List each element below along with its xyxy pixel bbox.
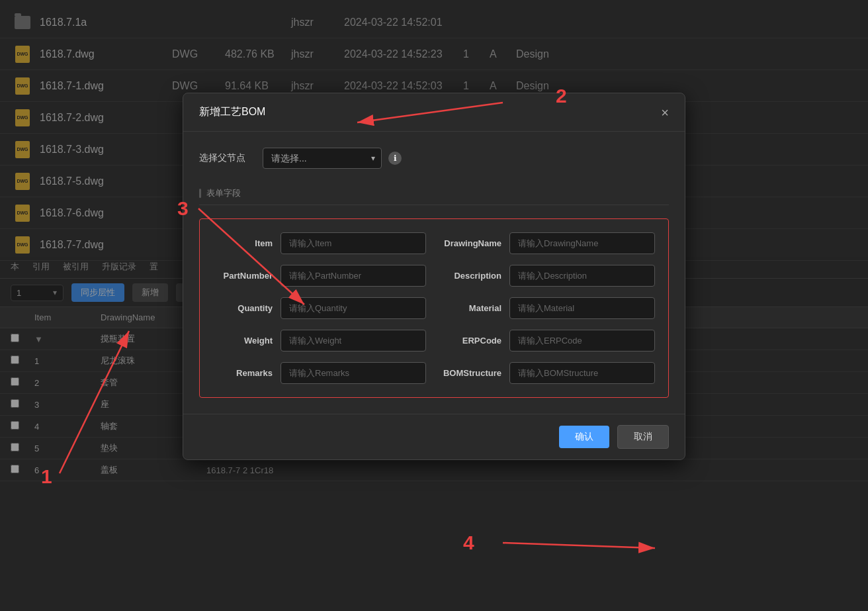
parent-node-label: 选择父节点 (199, 152, 252, 164)
form-field-erpCode: ERPCode (442, 330, 655, 352)
field-label-partNumber: PartNumber (213, 271, 273, 281)
form-grid: Item DrawingName PartNumber Description … (199, 218, 669, 398)
field-input-partNumber[interactable] (281, 265, 426, 287)
fields-section-label: 表单字段 (199, 187, 669, 205)
field-label-erpCode: ERPCode (442, 336, 501, 346)
field-label-drawingName: DrawingName (442, 238, 501, 248)
modal-body: 选择父节点 请选择... ▾ ℹ 表单字段 Item (183, 132, 685, 414)
field-input-bomStructure[interactable] (509, 362, 655, 384)
form-field-remarks: Remarks (213, 362, 426, 384)
modal-header: 新增工艺BOM × (183, 93, 685, 132)
parent-section: 选择父节点 请选择... ▾ ℹ (199, 148, 669, 169)
modal-overlay: 新增工艺BOM × 选择父节点 请选择... ▾ ℹ 表单字 (0, 0, 868, 611)
field-input-drawingName[interactable] (509, 232, 655, 254)
field-label-item: Item (213, 238, 273, 248)
form-field-bomStructure: BOMStructure (442, 362, 655, 384)
field-label-material: Material (442, 303, 501, 313)
info-icon[interactable]: ℹ (388, 152, 402, 165)
form-field-description: Description (442, 265, 655, 287)
field-input-quantity[interactable] (281, 297, 426, 319)
parent-select-wrapper: 请选择... ▾ (263, 148, 382, 169)
form-field-drawingName: DrawingName (442, 232, 655, 254)
field-input-remarks[interactable] (281, 362, 426, 384)
modal-dialog: 新增工艺BOM × 选择父节点 请选择... ▾ ℹ 表单字 (183, 93, 685, 460)
field-label-remarks: Remarks (213, 368, 273, 378)
field-label-bomStructure: BOMStructure (442, 368, 501, 378)
field-input-description[interactable] (509, 265, 655, 287)
modal-footer: 确认 取消 (183, 414, 685, 459)
form-field-quantity: Quantity (213, 297, 426, 319)
parent-node-select[interactable]: 请选择... (263, 148, 382, 169)
form-field-item: Item (213, 232, 426, 254)
field-label-quantity: Quantity (213, 303, 273, 313)
field-label-description: Description (442, 271, 501, 281)
field-input-weight[interactable] (281, 330, 426, 352)
field-label-weight: Weight (213, 336, 273, 346)
modal-title: 新增工艺BOM (199, 105, 265, 119)
field-input-material[interactable] (509, 297, 655, 319)
parent-select-wrap: 请选择... ▾ ℹ (263, 148, 402, 169)
confirm-button[interactable]: 确认 (559, 426, 609, 448)
form-field-material: Material (442, 297, 655, 319)
form-field-partNumber: PartNumber (213, 265, 426, 287)
field-input-item[interactable] (281, 232, 426, 254)
modal-close-button[interactable]: × (661, 106, 669, 119)
cancel-button[interactable]: 取消 (617, 425, 669, 449)
field-input-erpCode[interactable] (509, 330, 655, 352)
form-field-weight: Weight (213, 330, 426, 352)
